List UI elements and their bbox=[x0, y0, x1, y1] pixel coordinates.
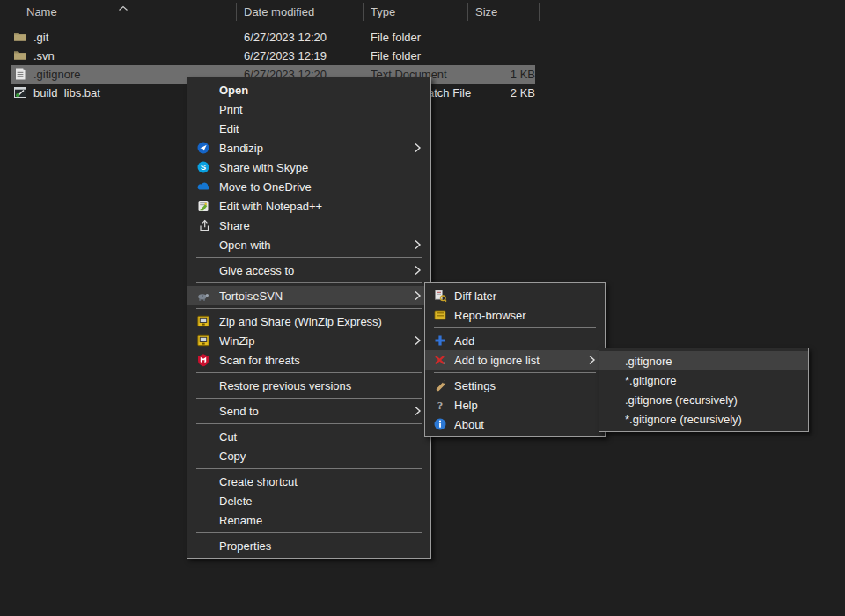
menu-item-label: Delete bbox=[219, 495, 422, 508]
menu-item-about[interactable]: About bbox=[425, 414, 605, 434]
menu-item-share[interactable]: Share bbox=[187, 216, 430, 235]
menu-item-open-with[interactable]: Open with bbox=[187, 235, 430, 254]
menu-item-label: Create shortcut bbox=[219, 475, 422, 488]
batch-file-icon bbox=[13, 85, 27, 99]
menu-item-label: Scan for threats bbox=[219, 354, 422, 367]
menu-item-label: Add bbox=[454, 334, 596, 348]
menu-item-cut[interactable]: Cut bbox=[187, 427, 430, 446]
menu-item-label: Restore previous versions bbox=[219, 379, 422, 392]
file-type: File folder bbox=[371, 47, 421, 65]
menu-item-properties[interactable]: Properties bbox=[187, 536, 430, 555]
menu-item-zip-and-share-winzip-express[interactable]: Zip and Share (WinZip Express) bbox=[187, 312, 430, 331]
menu-item-gitignore[interactable]: .gitignore bbox=[599, 351, 808, 370]
column-divider[interactable] bbox=[539, 3, 540, 21]
menu-item-label: WinZip bbox=[219, 334, 407, 348]
menu-item-label: *.gitignore (recursively) bbox=[625, 413, 799, 426]
menu-item-print[interactable]: Print bbox=[187, 99, 430, 119]
mcafee-shield-icon bbox=[187, 353, 219, 367]
menu-separator bbox=[196, 468, 422, 469]
column-header-size[interactable]: Size bbox=[475, 5, 497, 18]
menu-item-create-shortcut[interactable]: Create shortcut bbox=[187, 472, 430, 491]
column-header-date-modified[interactable]: Date modified bbox=[244, 5, 314, 18]
repo-browser-icon bbox=[425, 308, 454, 322]
menu-item-label: .gitignore (recursively) bbox=[625, 393, 799, 407]
menu-separator bbox=[196, 308, 422, 309]
submenu-chevron-icon bbox=[407, 335, 422, 346]
menu-item-tortoisesvn[interactable]: TortoiseSVN bbox=[187, 286, 430, 305]
menu-item-gitignore-recursively[interactable]: *.gitignore (recursively) bbox=[599, 409, 808, 429]
menu-item-label: Help bbox=[454, 399, 596, 412]
help-question-icon: ? bbox=[425, 398, 454, 412]
submenu-chevron-icon bbox=[407, 290, 422, 301]
menu-item-settings[interactable]: Settings bbox=[425, 376, 605, 395]
column-divider[interactable] bbox=[467, 3, 468, 21]
menu-item-label: Open bbox=[219, 84, 422, 97]
submenu-chevron-icon bbox=[581, 355, 596, 365]
menu-item-label: Give access to bbox=[219, 264, 407, 277]
file-size: 2 KB bbox=[458, 84, 535, 102]
menu-item-winzip[interactable]: WinZip bbox=[187, 331, 430, 350]
menu-item-add[interactable]: Add bbox=[425, 331, 605, 350]
about-info-icon bbox=[425, 417, 454, 431]
menu-item-label: Add to ignore list bbox=[454, 354, 581, 367]
menu-item-gitignore[interactable]: *.gitignore bbox=[599, 370, 808, 390]
column-header-type[interactable]: Type bbox=[371, 5, 395, 18]
folder-icon bbox=[13, 30, 27, 44]
menu-separator bbox=[196, 257, 422, 258]
menu-item-edit[interactable]: Edit bbox=[187, 119, 430, 138]
menu-item-diff-later[interactable]: Diff later bbox=[425, 286, 605, 305]
menu-item-restore-previous-versions[interactable]: Restore previous versions bbox=[187, 376, 430, 395]
file-date-modified: 6/27/2023 12:19 bbox=[244, 47, 327, 65]
menu-separator bbox=[196, 532, 422, 533]
menu-separator bbox=[196, 398, 422, 399]
settings-wrench-icon bbox=[425, 378, 454, 392]
submenu-chevron-icon bbox=[407, 406, 422, 416]
menu-item-send-to[interactable]: Send to bbox=[187, 401, 430, 421]
menu-item-add-to-ignore-list[interactable]: Add to ignore list bbox=[425, 350, 605, 370]
file-name: .svn bbox=[33, 47, 55, 65]
sort-ascending-icon bbox=[118, 1, 129, 14]
menu-item-gitignore-recursively[interactable]: .gitignore (recursively) bbox=[599, 390, 808, 409]
menu-item-label: Rename bbox=[219, 514, 422, 527]
column-divider[interactable] bbox=[236, 3, 237, 21]
menu-item-label: Copy bbox=[219, 450, 422, 463]
skype-icon: S bbox=[187, 160, 219, 174]
winzip-icon bbox=[187, 334, 219, 348]
menu-item-scan-for-threats[interactable]: Scan for threats bbox=[187, 350, 430, 370]
file-size: 1 KB bbox=[458, 65, 535, 84]
menu-item-move-to-onedrive[interactable]: Move to OneDrive bbox=[187, 177, 430, 196]
menu-item-label: .gitignore bbox=[625, 355, 799, 368]
column-header-name[interactable]: Name bbox=[26, 5, 57, 18]
ignore-list-submenu: .gitignore*.gitignore.gitignore (recursi… bbox=[599, 348, 809, 432]
svg-text:S: S bbox=[201, 162, 206, 172]
menu-item-label: Print bbox=[219, 103, 422, 116]
menu-item-label: Properties bbox=[219, 539, 422, 553]
menu-item-share-with-skype[interactable]: SShare with Skype bbox=[187, 158, 430, 177]
menu-item-bandizip[interactable]: Bandizip bbox=[187, 138, 430, 158]
menu-item-label: Settings bbox=[454, 379, 596, 392]
file-size bbox=[458, 47, 535, 65]
menu-item-edit-with-notepad[interactable]: Edit with Notepad++ bbox=[187, 196, 430, 216]
file-name: .gitignore bbox=[33, 65, 80, 84]
menu-item-delete[interactable]: Delete bbox=[187, 491, 430, 510]
file-type: File folder bbox=[371, 28, 421, 47]
menu-item-label: Open with bbox=[219, 238, 407, 252]
add-plus-icon bbox=[425, 334, 454, 348]
menu-item-rename[interactable]: Rename bbox=[187, 510, 430, 530]
menu-item-repo-browser[interactable]: Repo-browser bbox=[425, 305, 605, 325]
column-divider[interactable] bbox=[363, 3, 364, 21]
file-row-git[interactable]: .git6/27/2023 12:20File folder bbox=[0, 28, 563, 47]
menu-item-open[interactable]: Open bbox=[187, 80, 430, 99]
menu-item-give-access-to[interactable]: Give access to bbox=[187, 260, 430, 280]
onedrive-icon bbox=[187, 180, 219, 194]
submenu-chevron-icon bbox=[407, 265, 422, 275]
file-row-svn[interactable]: .svn6/27/2023 12:19File folder bbox=[0, 47, 563, 65]
menu-item-label: Share with Skype bbox=[219, 161, 422, 174]
folder-icon bbox=[13, 48, 27, 62]
menu-item-copy[interactable]: Copy bbox=[187, 446, 430, 466]
file-name: build_libs.bat bbox=[33, 84, 100, 102]
menu-item-label: Send to bbox=[219, 405, 407, 418]
diff-later-icon bbox=[425, 289, 454, 303]
column-header-row: Name Date modified Type Size bbox=[0, 0, 563, 24]
menu-item-help[interactable]: ?Help bbox=[425, 395, 605, 414]
